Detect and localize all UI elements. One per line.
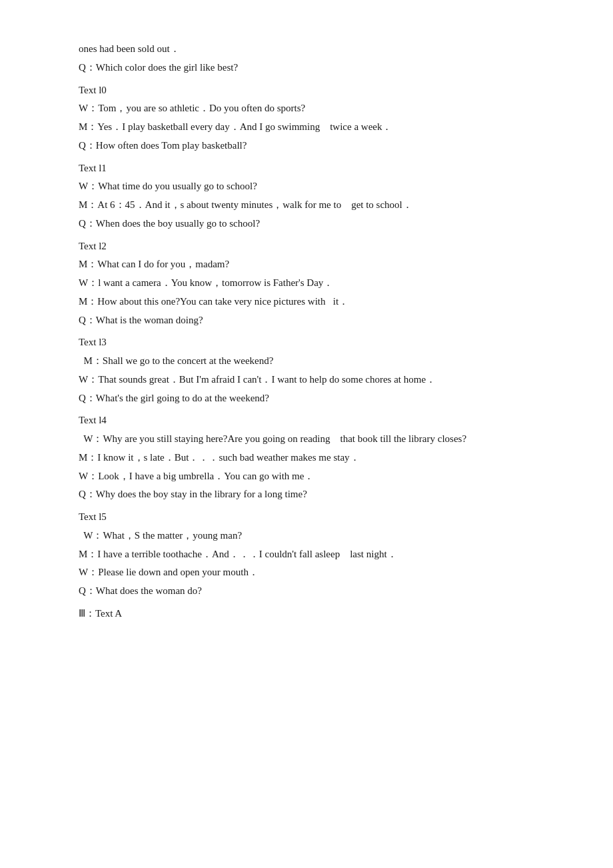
line-line9: M：At 6：45．And it，s about twenty minutes，… <box>79 196 534 215</box>
line-line2: Q：Which color does the girl like best? <box>79 59 534 77</box>
line-line18: W：That sounds great．But I'm afraid I can… <box>79 371 534 389</box>
line-line5: M：Yes．I play basketball every day．And I … <box>79 118 534 137</box>
line-line22: M：I know it，s late．But．．．such bad weathe… <box>79 449 534 467</box>
line-line21: W：Why are you still staying here?Are you… <box>79 430 534 449</box>
line-line23: W：Look，I have a big umbrella．You can go … <box>79 467 534 486</box>
line-line26: W：What，S the matter，young man? <box>79 527 534 545</box>
line-line3: Text l0 <box>79 81 534 100</box>
line-line10: Q：When does the boy usually go to school… <box>79 215 534 233</box>
line-line20: Text l4 <box>79 411 534 430</box>
line-line19: Q：What's the girl going to do at the wee… <box>79 389 534 408</box>
line-line13: W：l want a camera．You know，tomorrow is F… <box>79 274 534 293</box>
document-content: ones had been sold out．Q：Which color doe… <box>79 40 534 623</box>
line-line1: ones had been sold out． <box>79 40 534 59</box>
line-line25: Text l5 <box>79 508 534 527</box>
line-line14: M：How about this one?You can take very n… <box>79 293 534 311</box>
line-line6: Q：How often does Tom play basketball? <box>79 137 534 155</box>
line-line17: M：Shall we go to the concert at the week… <box>79 352 534 371</box>
line-line4: W：Tom，you are so athletic．Do you often d… <box>79 99 534 118</box>
line-line7: Text l1 <box>79 159 534 178</box>
line-line29: Q：What does the woman do? <box>79 582 534 601</box>
line-line24: Q：Why does the boy stay in the library f… <box>79 485 534 504</box>
line-line12: M：What can I do for you，madam? <box>79 255 534 274</box>
line-line30: Ⅲ：Text A <box>79 605 534 623</box>
line-line15: Q：What is the woman doing? <box>79 311 534 330</box>
line-line16: Text l3 <box>79 333 534 352</box>
line-line11: Text l2 <box>79 237 534 256</box>
line-line27: M：I have a terrible toothache．And．．．I co… <box>79 545 534 564</box>
line-line8: W：What time do you usually go to school? <box>79 177 534 196</box>
line-line28: W：Please lie down and open your mouth． <box>79 563 534 582</box>
